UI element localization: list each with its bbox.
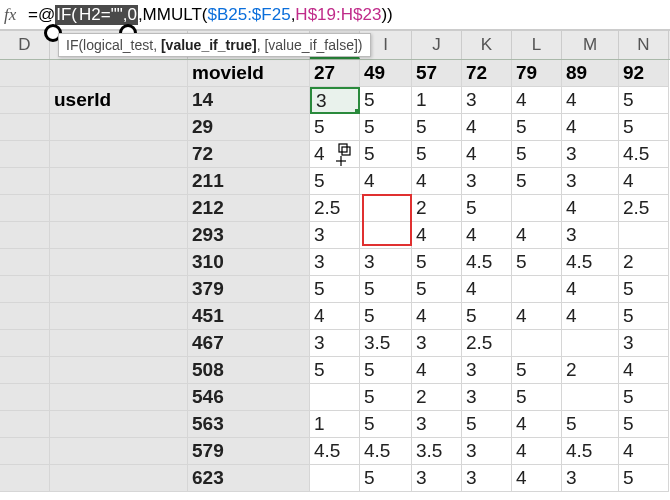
data-cell[interactable] (512, 276, 562, 303)
userid-623[interactable]: 623 (188, 465, 310, 492)
data-cell[interactable] (512, 195, 562, 222)
data-cell[interactable]: 4 (562, 195, 619, 222)
movieid-27[interactable]: 27 (310, 60, 360, 87)
data-cell[interactable]: 3 (462, 168, 512, 195)
data-cell[interactable] (310, 465, 360, 492)
data-cell[interactable] (562, 384, 619, 411)
data-cell[interactable]: 5 (462, 303, 512, 330)
userid-579[interactable]: 579 (188, 438, 310, 465)
data-cell[interactable]: 4 (412, 168, 462, 195)
data-cell[interactable]: 3 (310, 249, 360, 276)
data-cell[interactable]: 5 (512, 357, 562, 384)
blank-cell[interactable] (50, 141, 188, 168)
userid-211[interactable]: 211 (188, 168, 310, 195)
data-cell[interactable]: 5 (360, 114, 412, 141)
data-cell[interactable]: 5 (310, 276, 360, 303)
data-cell[interactable]: 3 (562, 465, 619, 492)
userid-563[interactable]: 563 (188, 411, 310, 438)
data-cell[interactable]: 5 (512, 168, 562, 195)
data-cell[interactable]: 2 (562, 357, 619, 384)
data-cell[interactable]: 3 (562, 141, 619, 168)
data-cell[interactable]: 4 (462, 222, 512, 249)
data-cell[interactable] (512, 330, 562, 357)
data-cell[interactable]: 3 (462, 384, 512, 411)
data-cell[interactable]: 4.5 (619, 141, 669, 168)
data-cell[interactable]: 5 (360, 87, 412, 114)
blank-cell[interactable] (0, 411, 50, 438)
userid-310[interactable]: 310 (188, 249, 310, 276)
data-cell[interactable]: 4 (562, 87, 619, 114)
data-cell[interactable]: 3 (462, 438, 512, 465)
col-header-J[interactable]: J (412, 31, 462, 59)
blank-cell[interactable] (0, 303, 50, 330)
data-cell[interactable]: 4.5 (360, 438, 412, 465)
data-cell[interactable]: 2.5 (619, 195, 669, 222)
blank-cell[interactable] (0, 141, 50, 168)
data-cell[interactable]: 3 (412, 411, 462, 438)
movieid-57[interactable]: 57 (412, 60, 462, 87)
data-cell[interactable]: 5 (360, 141, 412, 168)
data-cell[interactable]: 4 (562, 303, 619, 330)
data-cell[interactable]: 5 (512, 114, 562, 141)
blank-cell[interactable] (0, 114, 50, 141)
blank-cell[interactable] (50, 330, 188, 357)
data-cell[interactable]: 4 (462, 276, 512, 303)
movieid-92[interactable]: 92 (619, 60, 669, 87)
data-cell[interactable]: 5 (512, 384, 562, 411)
data-cell[interactable]: 3 (462, 357, 512, 384)
data-cell[interactable]: 4 (619, 168, 669, 195)
data-cell[interactable] (562, 330, 619, 357)
data-cell[interactable]: 5 (462, 195, 512, 222)
fn-name[interactable]: IF( (66, 37, 83, 53)
blank-cell[interactable] (0, 357, 50, 384)
data-cell[interactable]: 5 (512, 249, 562, 276)
data-cell[interactable]: 3 (310, 87, 360, 114)
data-cell[interactable]: 3 (310, 330, 360, 357)
col-header-L[interactable]: L (512, 31, 562, 59)
col-header-N[interactable]: N (619, 31, 669, 59)
data-cell[interactable]: 4 (512, 465, 562, 492)
userid-212[interactable]: 212 (188, 195, 310, 222)
blank-cell[interactable] (50, 384, 188, 411)
data-cell[interactable]: 4 (619, 357, 669, 384)
movieid-49[interactable]: 49 (360, 60, 412, 87)
blank-cell[interactable] (0, 330, 50, 357)
data-cell[interactable]: 4 (512, 438, 562, 465)
fx-icon[interactable]: fx (4, 5, 28, 25)
data-cell[interactable]: 5 (562, 411, 619, 438)
data-cell[interactable]: 5 (619, 384, 669, 411)
blank-cell[interactable] (50, 168, 188, 195)
movieid-72[interactable]: 72 (462, 60, 512, 87)
blank-cell[interactable] (50, 222, 188, 249)
data-cell[interactable]: 2 (619, 249, 669, 276)
userid-293[interactable]: 293 (188, 222, 310, 249)
userid-467[interactable]: 467 (188, 330, 310, 357)
data-cell[interactable]: 2 (412, 195, 462, 222)
data-cell[interactable]: 5 (360, 465, 412, 492)
data-cell[interactable]: 3 (562, 168, 619, 195)
blank-cell[interactable] (0, 60, 50, 87)
userid-label[interactable]: userId (50, 87, 188, 114)
data-cell[interactable]: 5 (360, 384, 412, 411)
data-cell[interactable]: 5 (619, 114, 669, 141)
data-cell[interactable]: 4 (562, 276, 619, 303)
blank-cell[interactable] (50, 465, 188, 492)
blank-cell[interactable] (0, 195, 50, 222)
data-cell[interactable]: 3.5 (360, 330, 412, 357)
movieid-79[interactable]: 79 (512, 60, 562, 87)
data-cell[interactable]: 4 (310, 303, 360, 330)
col-header-M[interactable]: M (562, 31, 619, 59)
data-cell[interactable]: 1 (310, 411, 360, 438)
blank-cell[interactable] (0, 168, 50, 195)
data-cell[interactable]: 3 (462, 87, 512, 114)
data-cell[interactable]: 3.5 (412, 438, 462, 465)
data-cell[interactable]: 5 (360, 357, 412, 384)
blank-cell[interactable] (0, 222, 50, 249)
blank-cell[interactable] (50, 438, 188, 465)
data-cell[interactable]: 5 (310, 357, 360, 384)
movieid-89[interactable]: 89 (562, 60, 619, 87)
blank-cell[interactable] (0, 438, 50, 465)
fn-arg3[interactable]: [value_if_false] (264, 37, 357, 53)
data-cell[interactable]: 5 (360, 303, 412, 330)
fn-arg2[interactable]: [value_if_true] (161, 37, 257, 53)
